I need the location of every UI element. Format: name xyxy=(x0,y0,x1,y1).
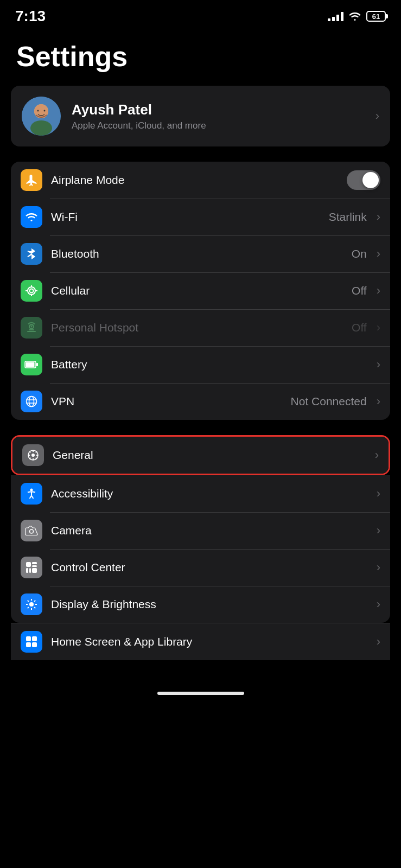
svg-point-5 xyxy=(44,110,46,112)
svg-rect-43 xyxy=(32,568,37,573)
profile-name: Ayush Patel xyxy=(72,101,370,118)
personal-hotspot-icon xyxy=(21,317,42,339)
svg-rect-39 xyxy=(32,562,37,564)
svg-rect-42 xyxy=(29,568,31,573)
settings-item-vpn[interactable]: VPN Not Connected › xyxy=(11,383,390,420)
settings-item-wifi[interactable]: Wi-Fi Starlink › xyxy=(11,199,390,235)
camera-chevron-icon: › xyxy=(377,524,380,538)
settings-item-display-brightness[interactable]: Display & Brightness › xyxy=(11,586,390,623)
control-center-icon xyxy=(21,557,42,578)
settings-item-bluetooth[interactable]: Bluetooth On › xyxy=(11,235,390,272)
profile-info: Ayush Patel Apple Account, iCloud, and m… xyxy=(72,101,370,131)
battery-label: Battery xyxy=(51,358,371,371)
battery-chevron-icon: › xyxy=(377,358,380,372)
vpn-label: VPN xyxy=(51,395,291,408)
svg-line-50 xyxy=(34,607,35,608)
svg-rect-16 xyxy=(27,331,36,332)
general-highlighted-container: General › xyxy=(11,435,390,475)
profile-card[interactable]: Ayush Patel Apple Account, iCloud, and m… xyxy=(11,86,390,146)
svg-line-52 xyxy=(28,607,29,608)
profile-subtitle: Apple Account, iCloud, and more xyxy=(72,120,370,131)
home-screen-partial-container: Home Screen & App Library › xyxy=(11,623,390,660)
wifi-chevron-icon: › xyxy=(377,210,380,224)
svg-point-3 xyxy=(34,104,48,118)
svg-point-23 xyxy=(29,397,34,407)
home-screen-icon xyxy=(21,631,42,653)
display-brightness-icon xyxy=(21,593,42,615)
home-indicator xyxy=(157,692,244,695)
personal-hotspot-chevron-icon: › xyxy=(377,321,380,335)
display-brightness-chevron-icon: › xyxy=(377,597,380,611)
connectivity-group: Airplane Mode Wi-Fi Starlink › xyxy=(11,162,390,420)
accessibility-chevron-icon: › xyxy=(377,487,380,501)
settings-item-personal-hotspot[interactable]: Personal Hotspot Off › xyxy=(11,309,390,346)
settings-item-general[interactable]: General › xyxy=(12,437,389,474)
svg-point-10 xyxy=(30,289,34,293)
svg-point-27 xyxy=(31,454,35,457)
svg-rect-55 xyxy=(26,642,31,647)
page-title: Settings xyxy=(0,29,401,86)
settings-item-home-screen[interactable]: Home Screen & App Library › xyxy=(11,623,390,660)
display-brightness-label: Display & Brightness xyxy=(51,598,371,611)
svg-rect-41 xyxy=(26,568,28,573)
general-icon xyxy=(22,444,44,466)
bluetooth-icon xyxy=(21,243,42,265)
wifi-value: Starlink xyxy=(329,210,367,224)
vpn-chevron-icon: › xyxy=(377,394,380,409)
vpn-value: Not Connected xyxy=(291,395,367,408)
signal-bars-icon xyxy=(328,11,343,21)
bluetooth-label: Bluetooth xyxy=(51,247,352,260)
home-screen-chevron-icon: › xyxy=(377,635,380,649)
camera-label: Camera xyxy=(51,524,371,537)
avatar-image xyxy=(22,97,61,136)
svg-point-44 xyxy=(29,602,34,607)
personal-hotspot-label: Personal Hotspot xyxy=(51,321,352,334)
svg-rect-54 xyxy=(32,636,37,641)
control-center-label: Control Center xyxy=(51,561,371,574)
cellular-label: Cellular xyxy=(51,284,352,297)
svg-rect-40 xyxy=(32,565,37,567)
profile-chevron-icon: › xyxy=(375,109,379,123)
status-bar: 7:13 61 xyxy=(0,0,401,29)
settings-item-control-center[interactable]: Control Center › xyxy=(11,549,390,586)
cellular-chevron-icon: › xyxy=(377,284,380,298)
control-center-chevron-icon: › xyxy=(377,560,380,575)
svg-rect-38 xyxy=(26,562,31,567)
accessibility-icon xyxy=(21,483,42,505)
camera-icon xyxy=(21,520,42,541)
airplane-mode-icon xyxy=(21,169,42,191)
svg-point-22 xyxy=(27,397,37,407)
settings-item-accessibility[interactable]: Accessibility › xyxy=(11,475,390,512)
svg-point-2 xyxy=(30,120,52,136)
system-group: Accessibility › Camera › Control Center xyxy=(11,475,390,623)
status-time: 7:13 xyxy=(15,8,46,25)
svg-point-4 xyxy=(37,110,39,112)
wifi-label: Wi-Fi xyxy=(51,210,329,224)
settings-item-cellular[interactable]: Cellular Off › xyxy=(11,272,390,309)
airplane-mode-toggle[interactable] xyxy=(347,170,380,190)
wifi-icon xyxy=(349,11,361,21)
accessibility-label: Accessibility xyxy=(51,487,371,500)
airplane-mode-label: Airplane Mode xyxy=(51,174,347,187)
battery-icon: 61 xyxy=(366,11,386,22)
svg-point-37 xyxy=(30,529,34,533)
svg-point-9 xyxy=(28,287,35,295)
personal-hotspot-value: Off xyxy=(352,321,367,334)
svg-rect-53 xyxy=(26,636,31,641)
home-indicator-area xyxy=(0,660,401,704)
bluetooth-value: On xyxy=(352,247,367,260)
general-label: General xyxy=(53,449,370,462)
settings-item-airplane-mode[interactable]: Airplane Mode xyxy=(11,162,390,199)
svg-line-49 xyxy=(28,601,29,602)
wifi-settings-icon xyxy=(21,206,42,228)
svg-line-51 xyxy=(34,601,35,602)
bluetooth-chevron-icon: › xyxy=(377,247,380,261)
settings-item-battery[interactable]: Battery › xyxy=(11,346,390,383)
battery-level: 61 xyxy=(372,12,380,21)
svg-rect-20 xyxy=(36,363,38,366)
svg-rect-15 xyxy=(29,329,34,330)
status-icons: 61 xyxy=(328,11,386,22)
home-screen-label: Home Screen & App Library xyxy=(51,635,371,648)
settings-item-camera[interactable]: Camera › xyxy=(11,512,390,549)
cellular-icon xyxy=(21,280,42,302)
